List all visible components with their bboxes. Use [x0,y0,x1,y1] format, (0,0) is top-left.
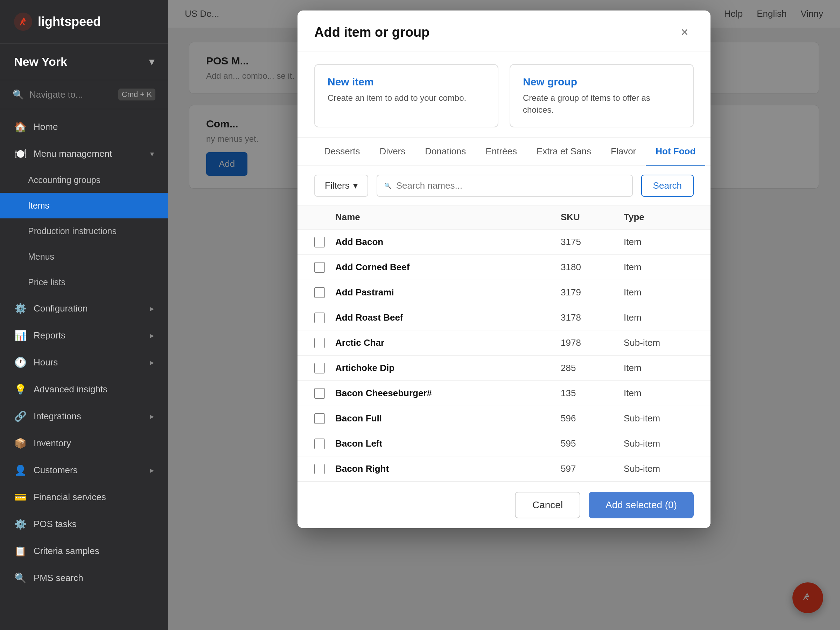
name-header: Name [335,212,561,223]
item-name: Arctic Char [335,337,561,348]
row-checkbox-2[interactable] [314,262,325,273]
sidebar-item-advanced-insights[interactable]: 💡 Advanced insights [0,376,168,403]
item-name: Bacon Left [335,438,561,449]
sidebar-search[interactable]: 🔍 Navigate to... Cmd + K [0,80,168,109]
item-sku: 3178 [561,312,624,323]
filters-button[interactable]: Filters ▾ [314,175,368,197]
new-item-title: New item [328,76,485,88]
home-icon: 🏠 [14,121,27,133]
modal-search-bar: Filters ▾ 🔍 Search [297,166,711,205]
sidebar-item-label: Criteria samples [33,546,99,556]
expand-icon: ▸ [150,466,154,475]
type-header: Type [624,212,694,223]
item-name: Artichoke Dip [335,363,561,373]
sidebar-item-home[interactable]: 🏠 Home [0,114,168,141]
svg-point-0 [14,13,32,31]
item-sku: 3175 [561,237,624,248]
add-item-modal: Add item or group × New item Create an i… [297,11,711,528]
tab-desserts[interactable]: Desserts [314,137,370,166]
sidebar-item-label: Items [28,201,49,211]
sidebar-item-configuration[interactable]: ⚙️ Configuration ▸ [0,295,168,322]
row-checkbox-4[interactable] [314,313,325,323]
menu-management-icon: 🍽️ [14,148,27,159]
new-group-card[interactable]: New group Create a group of items to off… [510,64,694,127]
row-checkbox-1[interactable] [314,237,325,248]
sidebar-item-inventory[interactable]: 📦 Inventory [0,430,168,457]
checkbox-header [314,212,335,223]
item-type: Sub-item [624,413,694,424]
sidebar-nav: 🏠 Home 🍽️ Menu management ▾ Accounting g… [0,109,168,630]
sidebar-item-label: Integrations [33,411,81,422]
tab-loaves[interactable]: Loaves [705,137,711,166]
row-checkbox-3[interactable] [314,287,325,298]
sidebar-item-label: Menus [28,252,54,262]
table-row: Add Roast Beef 3178 Item [297,305,711,330]
modal-title: Add item or group [314,25,429,40]
expand-icon: ▸ [150,331,154,340]
criteria-icon: 📋 [14,545,27,557]
financial-icon: 💳 [14,491,27,503]
sidebar-item-pms-search[interactable]: 🔍 PMS search [0,565,168,592]
new-group-desc: Create a group of items to offer as choi… [523,92,681,115]
sidebar-item-integrations[interactable]: 🔗 Integrations ▸ [0,403,168,430]
item-name: Bacon Full [335,413,561,424]
main-content: US De... Help English Vinny POS M... Add… [168,0,840,630]
table-row: Add Corned Beef 3180 Item [297,255,711,280]
modal-close-button[interactable]: × [676,23,694,41]
sidebar-item-accounting-groups[interactable]: Accounting groups [0,167,168,193]
location-chevron-icon: ▾ [149,56,154,68]
item-sku: 596 [561,413,624,424]
add-selected-button[interactable]: Add selected (0) [589,492,694,518]
sidebar-item-label: Home [33,122,58,132]
sidebar-item-menus[interactable]: Menus [0,244,168,270]
customers-icon: 👤 [14,464,27,476]
item-sku: 285 [561,363,624,373]
item-sku: 1978 [561,337,624,348]
sidebar-item-customers[interactable]: 👤 Customers ▸ [0,457,168,484]
search-input[interactable] [396,175,625,196]
tab-divers[interactable]: Divers [370,137,415,166]
new-item-card[interactable]: New item Create an item to add to your c… [314,64,498,127]
sidebar-item-pos-tasks[interactable]: ⚙️ POS tasks [0,511,168,538]
item-sku: 3180 [561,262,624,273]
tab-hot-food[interactable]: Hot Food [646,137,705,166]
tab-extra-et-sans[interactable]: Extra et Sans [527,137,601,166]
sidebar-item-financial-services[interactable]: 💳 Financial services [0,484,168,511]
row-checkbox-6[interactable] [314,363,325,373]
expand-icon: ▸ [150,304,154,313]
inventory-icon: 📦 [14,437,27,449]
row-checkbox-10[interactable] [314,464,325,474]
insights-icon: 💡 [14,384,27,395]
location-name: New York [14,55,67,69]
sidebar-item-criteria-samples[interactable]: 📋 Criteria samples [0,538,168,565]
search-button[interactable]: Search [641,175,694,197]
items-table: Name SKU Type Add Bacon 3175 Item Add Co… [297,205,711,482]
row-checkbox-8[interactable] [314,413,325,424]
location-selector[interactable]: New York ▾ [0,44,168,80]
sku-header: SKU [561,212,624,223]
sidebar-item-items[interactable]: Items [0,193,168,218]
item-name: Add Corned Beef [335,262,561,273]
table-row: Artichoke Dip 285 Item [297,355,711,381]
sidebar-item-label: Advanced insights [33,384,107,395]
reports-icon: 📊 [14,330,27,341]
tab-flavor[interactable]: Flavor [601,137,646,166]
row-checkbox-7[interactable] [314,388,325,399]
filter-chevron-icon: ▾ [353,180,358,191]
item-type: Item [624,388,694,399]
sidebar-item-reports[interactable]: 📊 Reports ▸ [0,322,168,349]
sidebar-item-label: PMS search [33,573,83,583]
tab-donations[interactable]: Donations [415,137,476,166]
cancel-button[interactable]: Cancel [515,492,580,518]
modal-footer: Cancel Add selected (0) [297,482,711,528]
sidebar-item-production-instructions[interactable]: Production instructions [0,218,168,244]
row-checkbox-5[interactable] [314,338,325,348]
sidebar-item-price-lists[interactable]: Price lists [0,270,168,295]
sidebar-item-menu-management[interactable]: 🍽️ Menu management ▾ [0,141,168,167]
new-group-title: New group [523,76,681,88]
tab-entrees[interactable]: Entrées [476,137,527,166]
sidebar-item-hours[interactable]: 🕐 Hours ▸ [0,349,168,376]
table-header: Name SKU Type [297,205,711,230]
item-sku: 135 [561,388,624,399]
row-checkbox-9[interactable] [314,439,325,449]
